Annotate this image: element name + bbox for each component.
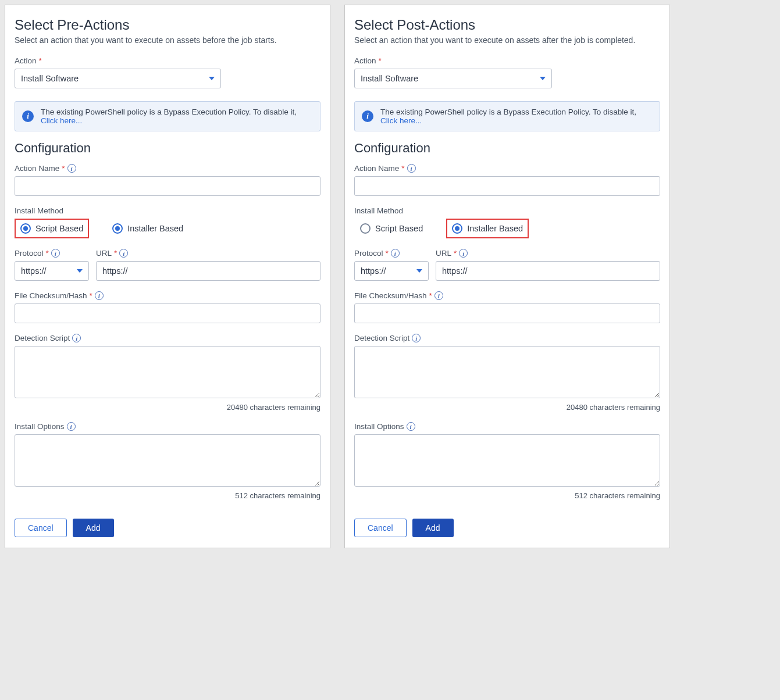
action-select-value: Install Software	[361, 74, 418, 83]
action-label: Action*	[15, 56, 320, 65]
action-name-label: Action Name* i	[354, 164, 660, 173]
url-label: URL* i	[96, 249, 320, 258]
chevron-down-icon	[77, 269, 83, 273]
detection-script-label: Detection Script i	[354, 334, 660, 342]
install-options-label: Install Options i	[15, 422, 320, 431]
pre-actions-panel: Select Pre-Actions Select an action that…	[5, 5, 330, 548]
help-icon[interactable]: i	[95, 291, 104, 300]
checksum-label: File Checksum/Hash* i	[354, 291, 660, 300]
checksum-label: File Checksum/Hash* i	[15, 291, 320, 300]
radio-selected-icon	[20, 223, 31, 234]
protocol-value: https://	[361, 266, 386, 276]
info-icon: i	[362, 110, 373, 122]
help-icon[interactable]: i	[407, 164, 416, 173]
banner-text: The existing PowerShell policy is a Bypa…	[380, 108, 636, 116]
install-options-counter: 512 characters remaining	[15, 491, 320, 500]
radio-script-based[interactable]: Script Based	[15, 219, 89, 238]
action-label: Action*	[354, 56, 660, 65]
protocol-label: Protocol* i	[15, 249, 89, 258]
banner-text: The existing PowerShell policy is a Bypa…	[41, 108, 297, 116]
help-icon[interactable]: i	[434, 291, 443, 300]
install-options-textarea[interactable]	[15, 434, 320, 487]
detection-script-textarea[interactable]	[354, 346, 660, 398]
protocol-value: https://	[21, 266, 47, 276]
add-button[interactable]: Add	[73, 519, 114, 537]
action-name-input[interactable]	[354, 176, 660, 196]
post-actions-panel: Select Post-Actions Select an action tha…	[344, 5, 670, 548]
radio-selected-icon	[452, 223, 462, 234]
chevron-down-icon	[416, 269, 422, 273]
install-options-label: Install Options i	[354, 422, 660, 431]
protocol-select[interactable]: https://	[15, 261, 89, 281]
page-title: Select Post-Actions	[354, 17, 660, 33]
configuration-heading: Configuration	[15, 141, 320, 156]
action-name-input[interactable]	[15, 176, 320, 196]
banner-link[interactable]: Click here...	[41, 116, 82, 125]
radio-installer-based[interactable]: Installer Based	[446, 219, 529, 238]
configuration-heading: Configuration	[354, 141, 660, 156]
protocol-select[interactable]: https://	[354, 261, 429, 281]
page-title: Select Pre-Actions	[15, 17, 320, 33]
page-subtitle: Select an action that you want to execut…	[15, 35, 320, 45]
help-icon[interactable]: i	[119, 249, 128, 258]
detection-counter: 20480 characters remaining	[15, 403, 320, 412]
help-icon[interactable]: i	[412, 334, 421, 342]
cancel-button[interactable]: Cancel	[354, 519, 407, 537]
add-button[interactable]: Add	[412, 519, 454, 537]
install-options-textarea[interactable]	[354, 434, 660, 487]
policy-banner: i The existing PowerShell policy is a By…	[354, 101, 660, 131]
action-select[interactable]: Install Software	[354, 69, 552, 88]
radio-selected-icon	[112, 223, 123, 234]
chevron-down-icon	[540, 77, 546, 80]
radio-script-based[interactable]: Script Based	[354, 219, 429, 238]
install-method-label: Install Method	[354, 206, 660, 215]
help-icon[interactable]: i	[67, 164, 76, 173]
help-icon[interactable]: i	[459, 249, 468, 258]
radio-unselected-icon	[360, 223, 371, 234]
help-icon[interactable]: i	[67, 422, 76, 431]
install-method-label: Install Method	[15, 206, 320, 215]
url-input[interactable]	[436, 261, 660, 281]
radio-installer-based[interactable]: Installer Based	[106, 219, 189, 238]
detection-script-textarea[interactable]	[15, 346, 320, 398]
url-label: URL* i	[436, 249, 660, 258]
install-options-counter: 512 characters remaining	[354, 491, 660, 500]
help-icon[interactable]: i	[51, 249, 60, 258]
banner-link[interactable]: Click here...	[380, 116, 422, 125]
action-select-value: Install Software	[21, 74, 79, 83]
page-subtitle: Select an action that you want to execut…	[354, 35, 660, 45]
protocol-label: Protocol* i	[354, 249, 429, 258]
url-input[interactable]	[96, 261, 320, 281]
cancel-button[interactable]: Cancel	[15, 519, 67, 537]
action-select[interactable]: Install Software	[15, 69, 221, 88]
help-icon[interactable]: i	[407, 422, 415, 431]
checksum-input[interactable]	[15, 303, 320, 323]
info-icon: i	[22, 110, 34, 122]
action-name-label: Action Name* i	[15, 164, 320, 173]
help-icon[interactable]: i	[391, 249, 400, 258]
checksum-input[interactable]	[354, 303, 660, 323]
help-icon[interactable]: i	[72, 334, 81, 342]
detection-counter: 20480 characters remaining	[354, 403, 660, 412]
chevron-down-icon	[209, 77, 215, 80]
detection-script-label: Detection Script i	[15, 334, 320, 342]
policy-banner: i The existing PowerShell policy is a By…	[15, 101, 320, 131]
